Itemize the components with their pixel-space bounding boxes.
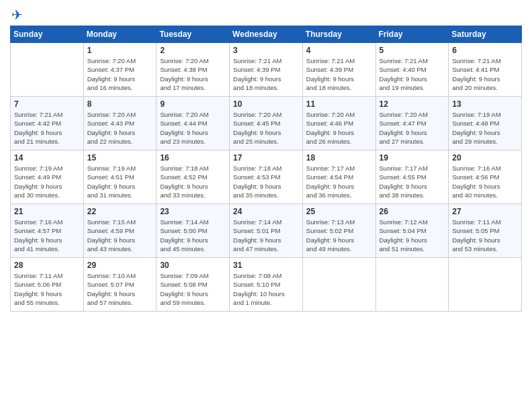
calendar-cell xyxy=(11,43,84,97)
calendar-week-1: 1Sunrise: 7:20 AM Sunset: 4:37 PM Daylig… xyxy=(11,43,522,97)
day-info: Sunrise: 7:15 AM Sunset: 4:59 PM Dayligh… xyxy=(87,218,153,253)
calendar-table: SundayMondayTuesdayWednesdayThursdayFrid… xyxy=(10,26,522,312)
day-info: Sunrise: 7:20 AM Sunset: 4:45 PM Dayligh… xyxy=(233,110,299,146)
day-info: Sunrise: 7:09 AM Sunset: 5:08 PM Dayligh… xyxy=(160,271,226,307)
day-info: Sunrise: 7:17 AM Sunset: 4:55 PM Dayligh… xyxy=(380,164,445,199)
day-info: Sunrise: 7:20 AM Sunset: 4:46 PM Dayligh… xyxy=(306,110,372,146)
day-info: Sunrise: 7:20 AM Sunset: 4:44 PM Dayligh… xyxy=(160,110,226,146)
day-number: 21 xyxy=(14,207,80,216)
day-number: 6 xyxy=(452,46,518,55)
day-number: 22 xyxy=(87,207,153,216)
calendar-cell: 9Sunrise: 7:20 AM Sunset: 4:44 PM Daylig… xyxy=(157,97,230,150)
calendar-cell: 13Sunrise: 7:19 AM Sunset: 4:48 PM Dayli… xyxy=(449,97,522,150)
day-number: 1 xyxy=(87,46,153,55)
logo-icon: ✈ xyxy=(11,7,23,23)
day-number: 13 xyxy=(452,99,518,109)
day-number: 14 xyxy=(14,153,80,163)
calendar-cell: 28Sunrise: 7:11 AM Sunset: 5:06 PM Dayli… xyxy=(11,258,84,312)
day-info: Sunrise: 7:11 AM Sunset: 5:05 PM Dayligh… xyxy=(452,218,518,253)
calendar-cell: 18Sunrise: 7:17 AM Sunset: 4:54 PM Dayli… xyxy=(302,150,375,204)
day-info: Sunrise: 7:08 AM Sunset: 5:10 PM Dayligh… xyxy=(233,271,299,307)
calendar-cell: 1Sunrise: 7:20 AM Sunset: 4:37 PM Daylig… xyxy=(83,43,157,97)
day-number: 8 xyxy=(87,99,153,109)
calendar-week-5: 28Sunrise: 7:11 AM Sunset: 5:06 PM Dayli… xyxy=(11,258,522,312)
calendar-week-2: 7Sunrise: 7:21 AM Sunset: 4:42 PM Daylig… xyxy=(11,97,522,150)
day-info: Sunrise: 7:14 AM Sunset: 5:01 PM Dayligh… xyxy=(233,218,299,253)
day-info: Sunrise: 7:12 AM Sunset: 5:04 PM Dayligh… xyxy=(380,218,445,253)
weekday-header-row: SundayMondayTuesdayWednesdayThursdayFrid… xyxy=(11,26,522,43)
day-number: 16 xyxy=(160,153,226,163)
day-number: 20 xyxy=(452,153,518,163)
day-info: Sunrise: 7:10 AM Sunset: 5:07 PM Dayligh… xyxy=(87,271,153,307)
calendar-cell: 11Sunrise: 7:20 AM Sunset: 4:46 PM Dayli… xyxy=(302,97,375,150)
calendar-cell: 12Sunrise: 7:20 AM Sunset: 4:47 PM Dayli… xyxy=(375,97,449,150)
header-area: ✈ xyxy=(10,7,522,20)
day-info: Sunrise: 7:21 AM Sunset: 4:40 PM Dayligh… xyxy=(380,56,445,92)
weekday-header-thursday: Thursday xyxy=(302,26,375,43)
day-number: 29 xyxy=(87,261,153,270)
day-number: 4 xyxy=(306,46,372,55)
day-info: Sunrise: 7:18 AM Sunset: 4:52 PM Dayligh… xyxy=(160,164,226,199)
calendar-cell xyxy=(375,258,449,312)
day-number: 9 xyxy=(160,99,226,109)
day-number: 12 xyxy=(380,99,445,109)
calendar-cell: 8Sunrise: 7:20 AM Sunset: 4:43 PM Daylig… xyxy=(83,97,157,150)
day-number: 18 xyxy=(306,153,372,163)
day-info: Sunrise: 7:19 AM Sunset: 4:51 PM Dayligh… xyxy=(87,164,153,199)
day-number: 28 xyxy=(14,261,80,270)
day-info: Sunrise: 7:21 AM Sunset: 4:41 PM Dayligh… xyxy=(452,56,518,92)
calendar-cell xyxy=(449,258,522,312)
day-info: Sunrise: 7:14 AM Sunset: 5:00 PM Dayligh… xyxy=(160,218,226,253)
calendar-cell: 2Sunrise: 7:20 AM Sunset: 4:38 PM Daylig… xyxy=(157,43,230,97)
day-number: 2 xyxy=(160,46,226,55)
calendar-cell: 23Sunrise: 7:14 AM Sunset: 5:00 PM Dayli… xyxy=(157,204,230,258)
calendar-week-3: 14Sunrise: 7:19 AM Sunset: 4:49 PM Dayli… xyxy=(11,150,522,204)
day-info: Sunrise: 7:21 AM Sunset: 4:39 PM Dayligh… xyxy=(233,56,299,92)
day-number: 30 xyxy=(160,261,226,270)
calendar-cell: 29Sunrise: 7:10 AM Sunset: 5:07 PM Dayli… xyxy=(83,258,157,312)
weekday-header-monday: Monday xyxy=(83,26,157,43)
day-info: Sunrise: 7:20 AM Sunset: 4:37 PM Dayligh… xyxy=(87,56,153,92)
day-number: 15 xyxy=(87,153,153,163)
day-info: Sunrise: 7:18 AM Sunset: 4:53 PM Dayligh… xyxy=(233,164,299,199)
logo: ✈ xyxy=(10,7,23,20)
calendar-week-4: 21Sunrise: 7:16 AM Sunset: 4:57 PM Dayli… xyxy=(11,204,522,258)
weekday-header-saturday: Saturday xyxy=(449,26,522,43)
calendar-cell: 6Sunrise: 7:21 AM Sunset: 4:41 PM Daylig… xyxy=(449,43,522,97)
calendar-cell: 24Sunrise: 7:14 AM Sunset: 5:01 PM Dayli… xyxy=(230,204,303,258)
day-info: Sunrise: 7:19 AM Sunset: 4:48 PM Dayligh… xyxy=(452,110,518,146)
calendar-cell: 16Sunrise: 7:18 AM Sunset: 4:52 PM Dayli… xyxy=(157,150,230,204)
day-info: Sunrise: 7:16 AM Sunset: 4:57 PM Dayligh… xyxy=(14,218,80,253)
day-info: Sunrise: 7:19 AM Sunset: 4:49 PM Dayligh… xyxy=(14,164,80,199)
calendar-cell: 4Sunrise: 7:21 AM Sunset: 4:39 PM Daylig… xyxy=(302,43,375,97)
day-info: Sunrise: 7:13 AM Sunset: 5:02 PM Dayligh… xyxy=(306,218,372,253)
day-info: Sunrise: 7:21 AM Sunset: 4:39 PM Dayligh… xyxy=(306,56,372,92)
calendar-cell: 3Sunrise: 7:21 AM Sunset: 4:39 PM Daylig… xyxy=(230,43,303,97)
day-number: 24 xyxy=(233,207,299,216)
weekday-header-wednesday: Wednesday xyxy=(230,26,303,43)
weekday-header-tuesday: Tuesday xyxy=(157,26,230,43)
calendar-cell: 30Sunrise: 7:09 AM Sunset: 5:08 PM Dayli… xyxy=(157,258,230,312)
calendar-cell: 19Sunrise: 7:17 AM Sunset: 4:55 PM Dayli… xyxy=(375,150,449,204)
day-number: 5 xyxy=(380,46,445,55)
day-info: Sunrise: 7:11 AM Sunset: 5:06 PM Dayligh… xyxy=(14,271,80,307)
day-number: 3 xyxy=(233,46,299,55)
day-number: 27 xyxy=(452,207,518,216)
day-info: Sunrise: 7:17 AM Sunset: 4:54 PM Dayligh… xyxy=(306,164,372,199)
day-info: Sunrise: 7:20 AM Sunset: 4:47 PM Dayligh… xyxy=(380,110,445,146)
calendar-cell: 27Sunrise: 7:11 AM Sunset: 5:05 PM Dayli… xyxy=(449,204,522,258)
calendar-cell: 20Sunrise: 7:16 AM Sunset: 4:56 PM Dayli… xyxy=(449,150,522,204)
calendar-cell: 26Sunrise: 7:12 AM Sunset: 5:04 PM Dayli… xyxy=(375,204,449,258)
calendar-cell: 21Sunrise: 7:16 AM Sunset: 4:57 PM Dayli… xyxy=(11,204,84,258)
day-info: Sunrise: 7:20 AM Sunset: 4:43 PM Dayligh… xyxy=(87,110,153,146)
calendar-cell: 5Sunrise: 7:21 AM Sunset: 4:40 PM Daylig… xyxy=(375,43,449,97)
day-number: 19 xyxy=(380,153,445,163)
day-number: 11 xyxy=(306,99,372,109)
day-number: 7 xyxy=(14,99,80,109)
calendar-cell: 7Sunrise: 7:21 AM Sunset: 4:42 PM Daylig… xyxy=(11,97,84,150)
calendar-cell: 14Sunrise: 7:19 AM Sunset: 4:49 PM Dayli… xyxy=(11,150,84,204)
day-number: 17 xyxy=(233,153,299,163)
calendar-cell: 15Sunrise: 7:19 AM Sunset: 4:51 PM Dayli… xyxy=(83,150,157,204)
day-number: 25 xyxy=(306,207,372,216)
day-number: 26 xyxy=(380,207,445,216)
